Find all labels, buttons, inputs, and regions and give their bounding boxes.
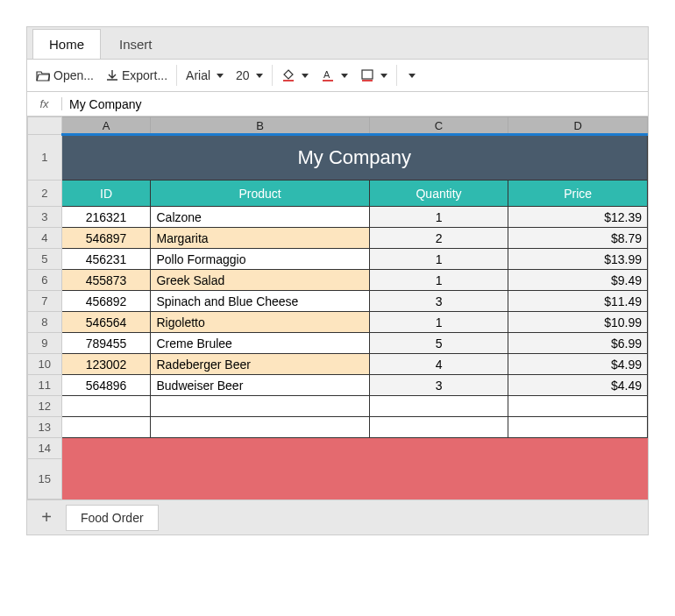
borders-button[interactable]: [357, 65, 391, 86]
cell[interactable]: [508, 396, 648, 417]
cell-id[interactable]: 564896: [61, 375, 151, 396]
cell[interactable]: [61, 417, 151, 438]
cell-product[interactable]: Spinach and Blue Cheese: [151, 291, 369, 312]
row-header[interactable]: 11: [28, 375, 62, 396]
sheet-tab[interactable]: Food Order: [66, 505, 159, 531]
export-button[interactable]: Export...: [103, 65, 171, 86]
cell-price[interactable]: $10.99: [508, 312, 648, 333]
font-family-value: Arial: [186, 68, 210, 82]
row-header[interactable]: 3: [28, 207, 62, 228]
sheet-tab-bar: + Food Order: [27, 499, 648, 535]
row-header[interactable]: 2: [28, 181, 62, 207]
sheet-area: A B C D 1 My Company 2 ID Product Quanti…: [27, 117, 648, 499]
plus-icon: +: [41, 507, 52, 527]
cell-product[interactable]: Radeberger Beer: [151, 354, 369, 375]
add-sheet-button[interactable]: +: [31, 505, 62, 531]
cell-quantity[interactable]: 1: [369, 207, 508, 228]
cell[interactable]: [369, 417, 508, 438]
tab-home[interactable]: Home: [32, 29, 101, 59]
ribbon-tabs: Home Insert: [27, 27, 648, 59]
row-header[interactable]: 13: [28, 417, 62, 438]
header-product[interactable]: Product: [151, 181, 369, 207]
cell-price[interactable]: $12.39: [508, 207, 648, 228]
cell-id[interactable]: 546564: [61, 312, 151, 333]
font-size-dropdown[interactable]: 20: [232, 65, 266, 86]
row-header[interactable]: 6: [28, 270, 62, 291]
borders-icon: [360, 68, 374, 82]
row-1: 1 My Company: [28, 135, 648, 181]
header-quantity[interactable]: Quantity: [369, 181, 508, 207]
cell-id[interactable]: 216321: [61, 207, 151, 228]
cell[interactable]: [61, 438, 647, 459]
row-header[interactable]: 4: [28, 228, 62, 249]
cell-quantity[interactable]: 2: [369, 228, 508, 249]
cell-id[interactable]: 789455: [61, 333, 151, 354]
cell-quantity[interactable]: 3: [369, 375, 508, 396]
cell-quantity[interactable]: 1: [369, 312, 508, 333]
column-header-c[interactable]: C: [369, 117, 508, 135]
cell-quantity[interactable]: 1: [369, 249, 508, 270]
tab-insert[interactable]: Insert: [103, 29, 169, 59]
row-header[interactable]: 7: [28, 291, 62, 312]
header-id[interactable]: ID: [61, 181, 151, 207]
chevron-down-icon: [217, 74, 224, 78]
row-header[interactable]: 10: [28, 354, 62, 375]
cell-product[interactable]: Greek Salad: [151, 270, 369, 291]
cell-id[interactable]: 546897: [61, 228, 151, 249]
column-header-b[interactable]: B: [151, 117, 369, 135]
select-all-corner[interactable]: [28, 117, 62, 135]
toolbar-separator: [272, 65, 273, 86]
svg-text:A: A: [323, 69, 330, 80]
cell-quantity[interactable]: 5: [369, 333, 508, 354]
cell[interactable]: [61, 459, 647, 499]
cell-quantity[interactable]: 4: [369, 354, 508, 375]
cell-price[interactable]: $6.99: [508, 333, 648, 354]
row-header[interactable]: 15: [28, 459, 62, 499]
fill-color-button[interactable]: [278, 65, 312, 86]
cell-price[interactable]: $8.79: [508, 228, 648, 249]
cell-product[interactable]: Calzone: [151, 207, 369, 228]
highlighted-row: 15: [28, 459, 648, 499]
cell-id[interactable]: 456231: [61, 249, 151, 270]
row-header[interactable]: 5: [28, 249, 62, 270]
font-family-dropdown[interactable]: Arial: [182, 65, 227, 86]
cell[interactable]: [61, 396, 151, 417]
cell[interactable]: [151, 396, 369, 417]
cell-quantity[interactable]: 1: [369, 270, 508, 291]
cell-product[interactable]: Pollo Formaggio: [151, 249, 369, 270]
spreadsheet-grid[interactable]: A B C D 1 My Company 2 ID Product Quanti…: [27, 117, 648, 499]
cell-price[interactable]: $9.49: [508, 270, 648, 291]
text-color-button[interactable]: A: [317, 65, 352, 86]
cell-product[interactable]: Creme Brulee: [151, 333, 369, 354]
row-header[interactable]: 1: [28, 135, 62, 181]
cell-id[interactable]: 456892: [61, 291, 151, 312]
cell[interactable]: [369, 396, 508, 417]
cell-price[interactable]: $13.99: [508, 249, 648, 270]
column-header-a[interactable]: A: [61, 117, 151, 135]
column-header-d[interactable]: D: [508, 117, 648, 135]
formula-input[interactable]: [62, 92, 648, 116]
chevron-down-icon: [380, 74, 387, 78]
row-header[interactable]: 14: [28, 438, 62, 459]
row-header[interactable]: 9: [28, 333, 62, 354]
cell-product[interactable]: Margarita: [151, 228, 369, 249]
cell-product[interactable]: Budweiser Beer: [151, 375, 369, 396]
company-title-cell[interactable]: My Company: [61, 135, 647, 181]
cell-id[interactable]: 455873: [61, 270, 151, 291]
row-header[interactable]: 12: [28, 396, 62, 417]
row-header[interactable]: 8: [28, 312, 62, 333]
open-button[interactable]: Open...: [32, 65, 97, 86]
cell[interactable]: [508, 417, 648, 438]
cell-quantity[interactable]: 3: [369, 291, 508, 312]
cell-price[interactable]: $4.49: [508, 375, 648, 396]
cell-product[interactable]: Rigoletto: [151, 312, 369, 333]
data-row: 8546564Rigoletto1$10.99: [28, 312, 648, 333]
highlighted-row: 14: [28, 438, 648, 459]
overflow-button[interactable]: [402, 70, 419, 81]
row-2: 2 ID Product Quantity Price: [28, 181, 648, 207]
cell[interactable]: [151, 417, 369, 438]
cell-price[interactable]: $11.49: [508, 291, 648, 312]
header-price[interactable]: Price: [508, 181, 648, 207]
cell-price[interactable]: $4.99: [508, 354, 648, 375]
cell-id[interactable]: 123002: [61, 354, 151, 375]
